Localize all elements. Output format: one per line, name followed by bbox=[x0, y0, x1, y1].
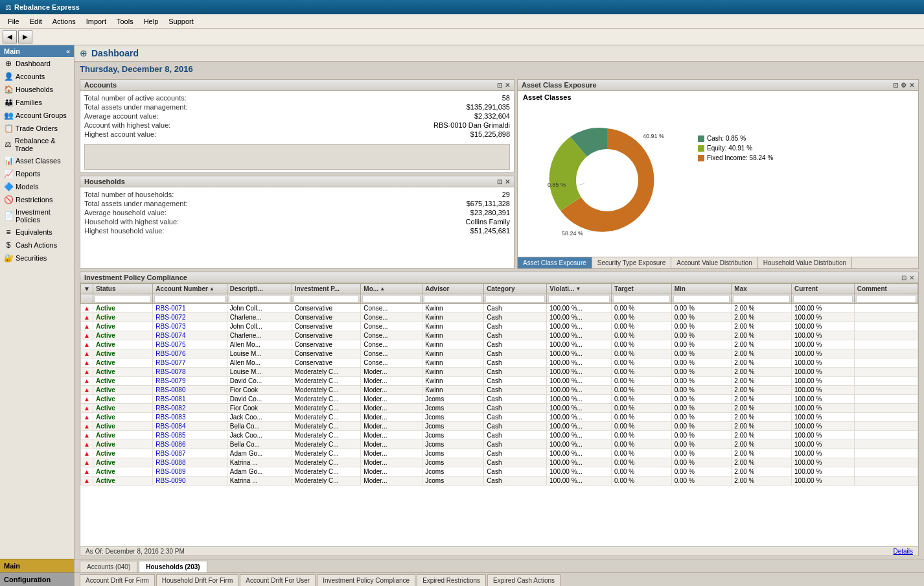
compliance-restore[interactable]: ⊡ bbox=[901, 274, 907, 281]
bottom-nav-account-drift-user[interactable]: Account Drift For User bbox=[240, 574, 316, 586]
sidebar-item-asset-classes[interactable]: 📊 Asset Classes bbox=[0, 154, 74, 167]
asset-tab-security-type[interactable]: Security Type Exposure bbox=[592, 257, 671, 268]
table-row[interactable]: ▲ Active RBS-0076 Louise M... Conservati… bbox=[81, 349, 918, 358]
menu-tools[interactable]: Tools bbox=[111, 16, 139, 27]
table-row[interactable]: ▲ Active RBS-0086 Bella Co... Moderately… bbox=[81, 440, 918, 449]
th-comment[interactable]: Comment bbox=[854, 284, 918, 294]
table-row[interactable]: ▲ Active RBS-0074 Charlene... Conservati… bbox=[81, 331, 918, 340]
filter-account[interactable] bbox=[153, 294, 227, 304]
th-account-number[interactable]: Account Number ▲ bbox=[153, 284, 227, 294]
filter-category[interactable] bbox=[484, 294, 547, 304]
filter-current[interactable] bbox=[792, 294, 855, 304]
sidebar-item-models[interactable]: 🔷 Models bbox=[0, 180, 74, 193]
filter-model[interactable] bbox=[361, 294, 422, 304]
filter-comment-input[interactable] bbox=[856, 295, 916, 303]
menu-support[interactable]: Support bbox=[163, 16, 199, 27]
th-violation[interactable]: Violati... ▼ bbox=[547, 284, 612, 294]
filter-max-input[interactable] bbox=[733, 295, 790, 303]
compliance-close[interactable]: ✕ bbox=[909, 274, 914, 281]
sidebar-item-dashboard[interactable]: ⊕ Dashboard bbox=[0, 57, 74, 70]
filter-status[interactable] bbox=[93, 294, 152, 304]
filter-account-input[interactable] bbox=[154, 295, 225, 303]
compliance-table-container[interactable]: ▼ Status Account Number ▲ Descripti... I… bbox=[80, 283, 918, 546]
table-row[interactable]: ▲ Active RBS-0084 Bella Co... Moderately… bbox=[81, 422, 918, 431]
th-current[interactable]: Current bbox=[792, 284, 855, 294]
bottom-nav-expired-cash[interactable]: Expired Cash Actions bbox=[487, 574, 560, 586]
filter-category-input[interactable] bbox=[485, 295, 545, 303]
table-row[interactable]: ▲ Active RBS-0083 Jack Coo... Moderately… bbox=[81, 413, 918, 422]
bottom-nav-investment-policy[interactable]: Investment Policy Compliance bbox=[317, 574, 415, 586]
sidebar-item-households[interactable]: 🏠 Households bbox=[0, 83, 74, 96]
table-row[interactable]: ▲ Active RBS-0079 David Co... Moderately… bbox=[81, 377, 918, 386]
accounts-panel-close[interactable]: ✕ bbox=[505, 82, 510, 89]
table-row[interactable]: ▲ Active RBS-0087 Adam Go... Moderately … bbox=[81, 449, 918, 458]
filter-desc[interactable] bbox=[227, 294, 292, 304]
sidebar-item-investment-policies[interactable]: 📄 Investment Policies bbox=[0, 206, 74, 226]
th-status[interactable]: Status bbox=[93, 284, 152, 294]
menu-import[interactable]: Import bbox=[81, 16, 111, 27]
th-category[interactable]: Category bbox=[484, 284, 547, 294]
sidebar-bottom-main[interactable]: Main bbox=[0, 559, 74, 572]
bottom-nav-household-drift-firm[interactable]: Household Drift For Firm bbox=[156, 574, 238, 586]
filter-target[interactable] bbox=[612, 294, 672, 304]
bottom-tab-accounts[interactable]: Accounts (040) bbox=[80, 561, 137, 572]
table-row[interactable]: ▲ Active RBS-0088 Katrina ... Moderately… bbox=[81, 458, 918, 467]
th-model[interactable]: Mo... ▲ bbox=[361, 284, 422, 294]
table-row[interactable]: ▲ Active RBS-0089 Adam Go... Moderately … bbox=[81, 467, 918, 476]
menu-help[interactable]: Help bbox=[139, 16, 164, 27]
households-panel-close[interactable]: ✕ bbox=[505, 178, 510, 185]
th-min[interactable]: Min bbox=[671, 284, 732, 294]
sidebar-item-cash-actions[interactable]: $ Cash Actions bbox=[0, 239, 74, 252]
filter-violation-input[interactable] bbox=[548, 295, 610, 303]
menu-actions[interactable]: Actions bbox=[47, 16, 81, 27]
bottom-nav-expired-restrictions[interactable]: Expired Restrictions bbox=[417, 574, 486, 586]
th-icon[interactable]: ▼ bbox=[81, 284, 93, 294]
households-panel-restore[interactable]: ⊡ bbox=[497, 178, 502, 185]
filter-policy[interactable] bbox=[292, 294, 361, 304]
table-row[interactable]: ▲ Active RBS-0071 John Coll... Conservat… bbox=[81, 304, 918, 313]
asset-tab-exposure[interactable]: Asset Class Exposure bbox=[518, 257, 592, 268]
table-row[interactable]: ▲ Active RBS-0081 David Co... Moderately… bbox=[81, 395, 918, 404]
sidebar-item-restrictions[interactable]: 🚫 Restrictions bbox=[0, 193, 74, 206]
sidebar-item-families[interactable]: 👪 Families bbox=[0, 96, 74, 109]
table-row[interactable]: ▲ Active RBS-0078 Louise M... Moderately… bbox=[81, 368, 918, 377]
filter-desc-input[interactable] bbox=[229, 295, 290, 303]
bottom-tab-households[interactable]: Households (203) bbox=[139, 561, 207, 572]
filter-advisor-input[interactable] bbox=[424, 295, 482, 303]
th-advisor[interactable]: Advisor bbox=[422, 284, 484, 294]
sidebar-item-reports[interactable]: 📈 Reports bbox=[0, 167, 74, 180]
menu-edit[interactable]: Edit bbox=[25, 16, 47, 27]
bottom-nav-account-drift-firm[interactable]: Account Drift For Firm bbox=[80, 574, 155, 586]
sidebar-item-accounts[interactable]: 👤 Accounts bbox=[0, 70, 74, 83]
filter-current-input[interactable] bbox=[793, 295, 853, 303]
asset-panel-settings[interactable]: ⚙ bbox=[901, 82, 907, 89]
asset-panel-restore[interactable]: ⊡ bbox=[893, 82, 898, 89]
th-description[interactable]: Descripti... bbox=[227, 284, 292, 294]
table-row[interactable]: ▲ Active RBS-0082 Fior Cook Moderately C… bbox=[81, 404, 918, 413]
table-row[interactable]: ▲ Active RBS-0090 Katrina ... Moderately… bbox=[81, 476, 918, 486]
filter-min-input[interactable] bbox=[673, 295, 730, 303]
accounts-panel-restore[interactable]: ⊡ bbox=[497, 82, 502, 89]
table-row[interactable]: ▲ Active RBS-0085 Jack Coo... Moderately… bbox=[81, 431, 918, 440]
table-row[interactable]: ▲ Active RBS-0075 Allen Mo... Conservati… bbox=[81, 340, 918, 349]
filter-comment[interactable] bbox=[854, 294, 918, 304]
sidebar-item-rebalance[interactable]: ⚖ Rebalance & Trade bbox=[0, 135, 74, 154]
sidebar-item-equivalents[interactable]: ≡ Equivalents bbox=[0, 226, 74, 239]
filter-max[interactable] bbox=[732, 294, 792, 304]
filter-target-input[interactable] bbox=[613, 295, 670, 303]
th-investment-policy[interactable]: Investment P... bbox=[292, 284, 361, 294]
asset-tab-household-value[interactable]: Household Value Distribution bbox=[758, 257, 852, 268]
th-max[interactable]: Max bbox=[732, 284, 792, 294]
toolbar-btn-1[interactable]: ◀ bbox=[3, 30, 17, 43]
asset-panel-close[interactable]: ✕ bbox=[909, 82, 914, 89]
sidebar-item-account-groups[interactable]: 👥 Account Groups bbox=[0, 109, 74, 122]
details-link[interactable]: Details bbox=[893, 548, 913, 555]
menu-file[interactable]: File bbox=[3, 16, 25, 27]
table-row[interactable]: ▲ Active RBS-0077 Allen Mo... Conservati… bbox=[81, 358, 918, 368]
table-row[interactable]: ▲ Active RBS-0080 Fior Cook Moderately C… bbox=[81, 386, 918, 395]
table-row[interactable]: ▲ Active RBS-0073 John Coll... Conservat… bbox=[81, 322, 918, 331]
filter-policy-input[interactable] bbox=[294, 295, 360, 303]
filter-min[interactable] bbox=[671, 294, 732, 304]
asset-tab-account-value[interactable]: Account Value Distribution bbox=[671, 257, 758, 268]
sidebar-item-trade-orders[interactable]: 📋 Trade Orders bbox=[0, 122, 74, 135]
